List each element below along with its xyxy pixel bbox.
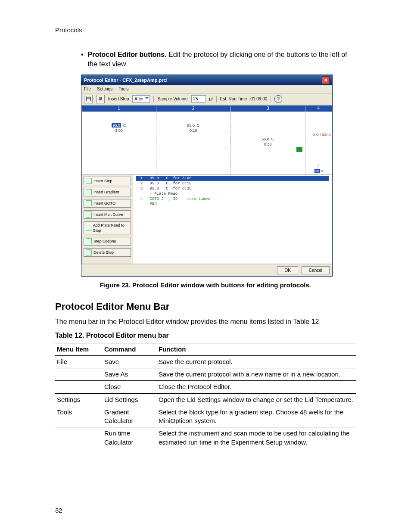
insert-melt-curve-button[interactable]: Insert Melt Curve xyxy=(84,210,131,219)
page-number: 32 xyxy=(55,506,62,515)
goto-step: 2 xyxy=(318,164,320,168)
close-icon[interactable]: ✕ xyxy=(322,76,330,84)
section-paragraph: The menu bar in the Protocol Editor wind… xyxy=(55,317,356,327)
step-number: 2 xyxy=(156,106,230,112)
cell-command: Save xyxy=(103,355,157,368)
end-label: E N D xyxy=(322,133,331,137)
delete-step-button[interactable]: Delete Step xyxy=(84,248,131,257)
insert-step-dropdown[interactable]: After xyxy=(132,95,150,103)
step3-unit: C xyxy=(271,137,274,141)
cell-menu-item: Tools xyxy=(55,406,103,427)
step-options-label: Step Options xyxy=(93,239,116,244)
cell-command: Lid Settings xyxy=(103,393,157,406)
graph-step-2[interactable]: 2 95.0 C 0:10 xyxy=(156,106,231,174)
toolbar-separator xyxy=(271,96,271,103)
table-row: Run time Calculator Select the instrumen… xyxy=(55,427,356,448)
insert-gradient-label: Insert Gradient xyxy=(93,190,119,195)
options-icon xyxy=(86,238,92,244)
editor-buttons: Insert Step Insert Gradient Insert GOTO … xyxy=(82,175,133,264)
insert-goto-label: Insert GOTO xyxy=(93,201,115,206)
cell-menu-item xyxy=(55,381,103,393)
insert-step-label: Insert Step xyxy=(93,178,112,184)
sample-volume-unit: µl xyxy=(209,96,213,102)
add-plate-read-label: Add Plate Read to Step xyxy=(93,223,129,233)
window-titlebar: Protocol Editor - CFX_2stepAmp.prcl ✕ xyxy=(81,75,332,85)
cell-command: Gradient Calculator xyxy=(103,406,157,427)
step-options-button[interactable]: Step Options xyxy=(84,237,131,246)
section-heading: Protocol Editor Menu Bar xyxy=(55,300,356,313)
save-icon[interactable]: 💾 xyxy=(84,95,93,103)
bullet-item: • Protocol Editor buttons. Edit the prot… xyxy=(81,50,356,68)
cell-function: Select the block type for a gradient ste… xyxy=(157,406,356,427)
cell-function: Open the Lid Settings window to change o… xyxy=(157,393,356,406)
delete-step-label: Delete Step xyxy=(93,250,114,255)
goto-x: x xyxy=(321,169,323,173)
sample-volume-label: Sample Volume xyxy=(157,96,187,102)
window-title: Protocol Editor - CFX_2stepAmp.prcl xyxy=(84,77,168,84)
help-icon[interactable]: ? xyxy=(274,95,282,103)
step1-temp: 95.0 xyxy=(112,123,121,128)
insert-step-label: Insert Step xyxy=(108,96,129,102)
bullet-lead: Protocol Editor buttons. xyxy=(88,51,167,58)
graph-step-3[interactable]: 3 55.0 C 0:30 xyxy=(231,106,305,174)
step1-time: 3:00 xyxy=(115,128,123,133)
step-number: 4 xyxy=(305,106,332,112)
cancel-button[interactable]: Cancel xyxy=(302,266,330,275)
menu-file[interactable]: File xyxy=(84,86,91,92)
cell-menu-item: Settings xyxy=(55,393,103,406)
insert-gradient-button[interactable]: Insert Gradient xyxy=(84,188,131,196)
table-row: Close Close the Protocol Editor. xyxy=(55,381,356,393)
step2-temp: 95.0 xyxy=(187,123,195,128)
step3-time: 0:30 xyxy=(264,142,272,146)
cell-function: Select the instrument and scan mode to b… xyxy=(157,427,356,448)
step3-temp: 55.0 xyxy=(262,137,269,141)
table-row: Settings Lid Settings Open the Lid Setti… xyxy=(55,393,356,406)
text-row-end[interactable]: END xyxy=(136,202,329,207)
menu-tools[interactable]: Tools xyxy=(118,86,128,92)
goto-count: 39 xyxy=(314,169,320,173)
menu-settings[interactable]: Settings xyxy=(97,86,112,92)
text-row-3[interactable]: 3 95.0 C for 0:30 xyxy=(136,186,329,191)
insert-step-icon xyxy=(86,178,92,184)
text-row-1[interactable]: 1 95.0 C for 3:00 xyxy=(136,176,329,181)
col-function: Function xyxy=(157,343,356,355)
gradient-icon xyxy=(86,189,92,195)
cell-command: Run time Calculator xyxy=(103,427,157,448)
sample-volume-input[interactable]: 25 xyxy=(191,95,206,103)
bullet-text: Protocol Editor buttons. Edit the protoc… xyxy=(88,50,356,68)
window-menubar: File Settings Tools xyxy=(81,85,332,93)
bullet-dot: • xyxy=(81,50,84,68)
cell-menu-item: File xyxy=(55,355,103,368)
text-row-plate[interactable]: + Plate Read xyxy=(136,191,329,196)
text-row-2[interactable]: 2 95.0 C for 0:10 xyxy=(136,181,329,186)
protocol-graph[interactable]: 1 95.0 C 3:00 2 95.0 C 0:10 xyxy=(81,105,332,175)
toolbar-separator xyxy=(216,96,217,103)
delete-icon xyxy=(86,249,92,255)
col-command: Command xyxy=(103,343,157,355)
ok-button[interactable]: OK xyxy=(277,266,298,275)
add-plate-read-button[interactable]: Add Plate Read to Step xyxy=(84,221,131,234)
step-number: 1 xyxy=(82,106,156,112)
cell-function: Save the current protocol with a new nam… xyxy=(157,368,356,381)
goto-icon xyxy=(86,200,92,206)
figure: Protocol Editor - CFX_2stepAmp.prcl ✕ Fi… xyxy=(81,75,356,277)
window-toolbar: 💾 🖶 Insert Step After Sample Volume 25 µ… xyxy=(81,93,332,105)
text-row-4[interactable]: 4 GOTO 2 , 39 more times xyxy=(136,196,329,202)
graph-step-4[interactable]: 4 G O T O E N D 2 39 x xyxy=(305,106,332,174)
menu-bar-table: Menu Item Command Function File Save Sav… xyxy=(55,343,356,448)
insert-step-button[interactable]: Insert Step xyxy=(84,177,131,185)
table-row: Tools Gradient Calculator Select the blo… xyxy=(55,406,356,427)
toolbar-separator xyxy=(153,96,154,103)
protocol-editor-window: Protocol Editor - CFX_2stepAmp.prcl ✕ Fi… xyxy=(81,75,333,277)
step2-unit: C xyxy=(197,123,200,128)
table-row: File Save Save the current protocol. xyxy=(55,355,356,368)
print-icon[interactable]: 🖶 xyxy=(96,95,105,103)
running-head: Protocols xyxy=(55,26,82,34)
protocol-text-view[interactable]: 1 95.0 C for 3:00 2 95.0 C for 0:10 3 95… xyxy=(133,175,332,264)
cell-command: Close xyxy=(103,381,157,393)
insert-goto-button[interactable]: Insert GOTO xyxy=(84,199,131,208)
melt-icon xyxy=(86,212,92,218)
table-header-row: Menu Item Command Function xyxy=(55,343,356,355)
graph-step-1[interactable]: 1 95.0 C 3:00 xyxy=(82,106,156,174)
est-run-time-label: Est. Run Time xyxy=(220,96,247,102)
